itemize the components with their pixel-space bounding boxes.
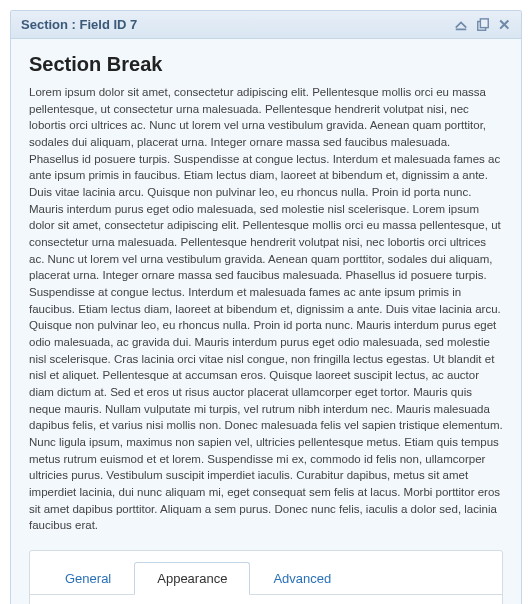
duplicate-icon[interactable] (476, 18, 490, 32)
panel-title: Section : Field ID 7 (21, 17, 137, 32)
section-title: Section Break (29, 53, 503, 76)
panel-header: Section : Field ID 7 ✕ (11, 11, 521, 39)
tab-advanced[interactable]: Advanced (250, 562, 354, 595)
tab-content-appearance: Custom CSS Class ? (30, 595, 502, 604)
tab-appearance[interactable]: Appearance (134, 562, 250, 595)
svg-rect-0 (456, 28, 467, 30)
settings-tabs: General Appearance Advanced (30, 551, 502, 595)
collapse-icon[interactable] (454, 18, 468, 32)
settings-box: General Appearance Advanced Custom CSS C… (29, 550, 503, 604)
field-settings-panel: Section : Field ID 7 ✕ Section Break Lor… (10, 10, 522, 604)
tab-general[interactable]: General (42, 562, 134, 595)
close-icon[interactable]: ✕ (498, 17, 511, 32)
panel-header-actions: ✕ (454, 17, 511, 32)
section-description: Lorem ipsum dolor sit amet, consectetur … (29, 84, 503, 534)
svg-rect-2 (480, 18, 488, 27)
panel-body: Section Break Lorem ipsum dolor sit amet… (11, 39, 521, 604)
